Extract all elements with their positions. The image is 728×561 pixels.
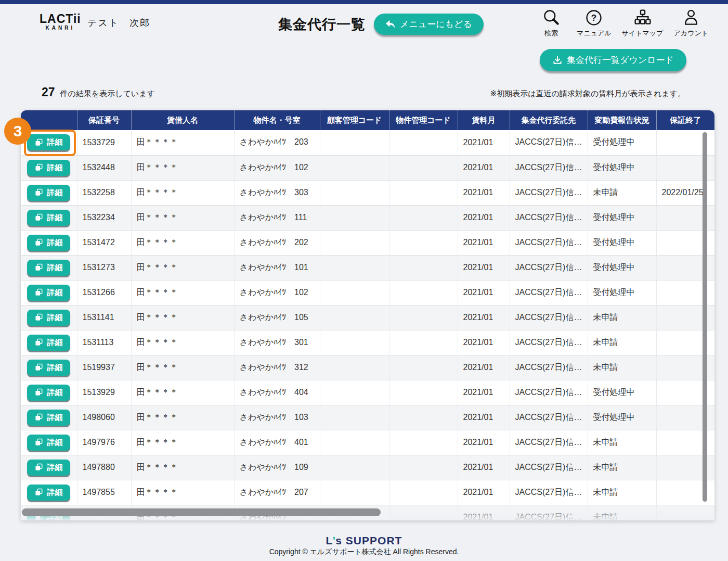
cell-customer-code	[320, 280, 389, 305]
cell-rent-month: 2021/01	[458, 480, 510, 505]
cell-property-code	[389, 405, 458, 430]
app-header: LACTii KANRI テスト 次郎 集金代行一覧 メニューにもどる 検索 ?…	[0, 4, 728, 46]
cell-customer-code	[320, 380, 389, 405]
detail-button-label: 詳細	[47, 413, 62, 423]
cell-rent-month: 2021/01	[458, 305, 510, 330]
cell-property-code	[389, 355, 458, 380]
manual-icon: ?	[584, 8, 603, 27]
results-count-suffix: 件の結果を表示しています	[60, 89, 155, 98]
nav-search[interactable]: 検索	[536, 8, 566, 38]
cell-tenant-name: 田＊＊＊＊	[131, 305, 234, 330]
cell-customer-code	[320, 355, 389, 380]
cell-property-room: さわやかﾊｲﾂ 203	[234, 130, 320, 155]
vertical-scrollbar[interactable]	[703, 132, 707, 502]
app-logo-subtext: KANRI	[40, 25, 81, 31]
cell-agency: JACCS(27日)信…	[510, 505, 588, 520]
results-note: ※初期表示は直近の請求対象の賃料月が表示されます。	[490, 89, 685, 99]
footer-logo: L’s SUPPORT	[0, 535, 728, 546]
nav-account[interactable]: アカウント	[673, 8, 708, 38]
nav-manual[interactable]: ? マニュアル	[577, 8, 612, 38]
cell-property-room: さわやかﾊｲﾂ 312	[234, 355, 320, 380]
cell-detail: 詳細	[21, 155, 77, 180]
table-row: 詳細1497976田＊＊＊＊さわやかﾊｲﾂ 4012021/01JACCS(27…	[21, 430, 714, 455]
app-logo[interactable]: LACTii KANRI	[40, 12, 81, 31]
cell-rent-month: 2021/01	[458, 380, 510, 405]
back-to-menu-button[interactable]: メニューにもどる	[374, 14, 484, 35]
cell-detail: 詳細	[21, 330, 77, 355]
cell-property-code	[389, 255, 458, 280]
detail-button[interactable]: 詳細	[27, 285, 70, 301]
table-row: 詳細1497855田＊＊＊＊さわやかﾊｲﾂ 2072021/01JACCS(27…	[21, 480, 714, 505]
nav-sitemap-label: サイトマップ	[622, 29, 664, 38]
table-row: 詳細1532258田＊＊＊＊さわやかﾊｲﾂ 3032021/01JACCS(27…	[21, 180, 714, 205]
detail-button[interactable]: 詳細	[27, 385, 70, 401]
detail-button[interactable]: 詳細	[27, 335, 70, 351]
cell-property-code	[389, 280, 458, 305]
cell-report-status: 受付処理中	[588, 205, 656, 230]
detail-button-label: 詳細	[47, 238, 62, 248]
cell-property-code	[389, 130, 458, 155]
cell-property-room: さわやかﾊｲﾂ 301	[234, 330, 320, 355]
cell-report-status: 未申請	[588, 355, 656, 380]
detail-button[interactable]: 詳細	[27, 160, 70, 176]
cell-agency: JACCS(27日)信…	[510, 280, 588, 305]
cell-detail: 詳細	[21, 405, 77, 430]
detail-button-label: 詳細	[47, 438, 62, 448]
cell-customer-code	[320, 155, 389, 180]
column-header-1: 保証番号	[77, 110, 131, 130]
horizontal-scrollbar[interactable]	[22, 508, 381, 516]
detail-button[interactable]: 詳細	[27, 410, 70, 426]
detail-button[interactable]: 詳細	[27, 310, 70, 326]
table-row: 詳細1519937田＊＊＊＊さわやかﾊｲﾂ 3122021/01JACCS(27…	[21, 355, 714, 380]
cell-guarantee-no: 1497976	[77, 430, 131, 455]
page-title: 集金代行一覧	[278, 15, 366, 34]
cell-rent-month: 2021/01	[458, 205, 510, 230]
nav-account-label: アカウント	[673, 29, 708, 38]
cell-tenant-name: 田＊＊＊＊	[131, 130, 234, 155]
column-header-9: 保証終了	[656, 110, 714, 130]
cell-agency: JACCS(27日)信…	[510, 405, 588, 430]
detail-button[interactable]: 詳細	[27, 210, 70, 226]
download-list-button[interactable]: 集金代行一覧ダウンロード	[540, 49, 686, 71]
cell-customer-code	[320, 305, 389, 330]
cell-agency: JACCS(27日)信…	[510, 205, 588, 230]
detail-button-label: 詳細	[47, 463, 62, 473]
cell-guarantee-no: 1533729	[77, 130, 131, 155]
detail-button[interactable]: 詳細	[27, 484, 70, 501]
cell-detail: 詳細	[21, 430, 77, 455]
nav-sitemap[interactable]: サイトマップ	[622, 8, 664, 38]
cell-property-code	[389, 430, 458, 455]
cell-property-room: さわやかﾊｲﾂ 404	[234, 380, 320, 405]
cell-customer-code	[320, 405, 389, 430]
account-icon	[682, 8, 700, 27]
detail-button[interactable]: 詳細	[27, 235, 70, 251]
cell-property-code	[389, 305, 458, 330]
cell-guarantee-no: 1531472	[77, 230, 131, 255]
detail-button[interactable]: 詳細	[27, 435, 70, 451]
cell-property-code	[389, 455, 458, 480]
cell-report-status: 未申請	[588, 305, 656, 330]
cell-tenant-name: 田＊＊＊＊	[131, 455, 234, 480]
detail-button[interactable]: 詳細	[27, 185, 70, 201]
detail-button[interactable]: 詳細	[27, 134, 70, 150]
detail-button-label: 詳細	[47, 263, 62, 273]
cell-tenant-name: 田＊＊＊＊	[131, 430, 234, 455]
cell-rent-month: 2021/01	[458, 255, 510, 280]
cell-agency: JACCS(27日)信…	[510, 480, 588, 505]
cell-property-code	[389, 230, 458, 255]
table-row: 詳細1532234田＊＊＊＊さわやかﾊｲﾂ 1112021/01JACCS(27…	[21, 205, 714, 230]
cell-guarantee-no: 1531141	[77, 305, 131, 330]
cell-guarantee-no: 1532258	[77, 180, 131, 205]
detail-button[interactable]: 詳細	[27, 360, 70, 376]
user-name: テスト 次郎	[87, 17, 150, 29]
detail-button[interactable]: 詳細	[27, 260, 70, 276]
cell-guarantee-no: 1531266	[77, 280, 131, 305]
cell-tenant-name: 田＊＊＊＊	[131, 280, 234, 305]
cell-property-room: さわやかﾊｲﾂ 202	[234, 230, 320, 255]
cell-detail: 詳細	[21, 280, 77, 305]
cell-property-room: さわやかﾊｲﾂ 105	[234, 305, 320, 330]
download-label: 集金代行一覧ダウンロード	[567, 54, 674, 66]
cell-guarantee-no: 1497880	[77, 455, 131, 480]
cell-property-code	[389, 180, 458, 205]
detail-button[interactable]: 詳細	[27, 460, 70, 476]
